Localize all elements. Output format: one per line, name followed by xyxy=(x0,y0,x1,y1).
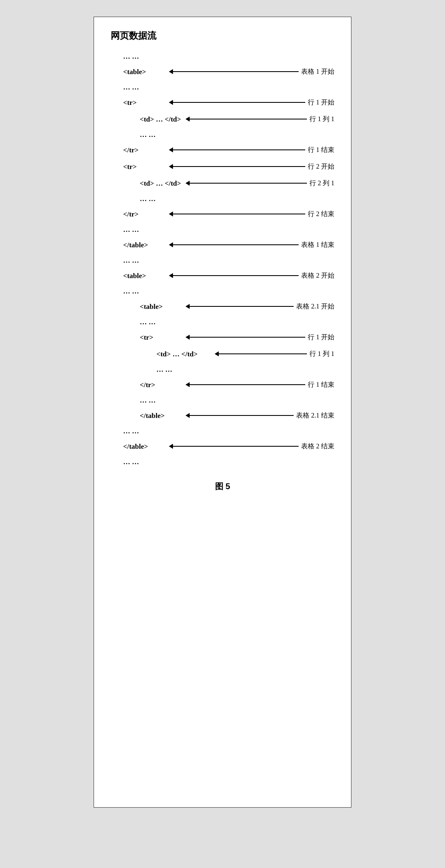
arrow-head-icon xyxy=(185,382,190,387)
arrow-line xyxy=(190,119,307,119)
arrow-label: 行 1 列 1 xyxy=(309,116,334,122)
arrow-line xyxy=(219,353,307,354)
arrow-head-icon xyxy=(185,117,190,122)
tag-arrow-row: <tr>行 1 开始 xyxy=(111,95,334,110)
dots-row: … … xyxy=(123,50,334,63)
dots-row: … … xyxy=(123,223,334,236)
dots-row: … … xyxy=(156,363,334,376)
tag-text: <table> xyxy=(123,272,169,279)
dots-row: … … xyxy=(140,315,334,328)
dots-row: … … xyxy=(123,424,334,438)
tag-arrow-row: <table>表格 2 开始 xyxy=(111,268,334,284)
arrow-line xyxy=(173,214,305,214)
tag-arrow-row: </table>表格 2.1 结束 xyxy=(111,408,334,423)
tag-text: <tr> xyxy=(140,334,185,341)
arrow-head-icon xyxy=(185,181,190,186)
arrow-head-icon xyxy=(185,413,190,418)
arrow-label: 行 2 开始 xyxy=(308,163,334,170)
arrow-label: 行 1 结束 xyxy=(308,381,334,388)
tag-text: </tr> xyxy=(123,211,169,218)
arrow-head-icon xyxy=(169,273,173,278)
arrow-head-icon xyxy=(185,304,190,309)
diagram: … …<table>表格 1 开始… …<tr>行 1 开始<td> … </t… xyxy=(111,50,334,468)
tag-text: <td> … </td> xyxy=(156,351,215,358)
arrow-head-icon xyxy=(169,147,173,152)
arrow-line xyxy=(190,384,305,385)
tag-arrow-row: </tr>行 2 结束 xyxy=(111,206,334,222)
arrow-head-icon xyxy=(169,444,173,449)
arrow-label: 表格 1 开始 xyxy=(301,68,334,75)
arrow-label: 行 1 开始 xyxy=(308,99,334,106)
arrow-label: 行 1 列 1 xyxy=(309,351,334,357)
tag-text: <td> … </td> xyxy=(140,180,185,187)
tag-text: </table> xyxy=(140,412,185,419)
figure-caption: 图 5 xyxy=(111,481,334,492)
tag-arrow-row: <tr>行 1 开始 xyxy=(111,329,334,345)
dots-row: … … xyxy=(123,284,334,298)
arrow-head-icon xyxy=(169,100,173,105)
dots-row: … … xyxy=(140,393,334,407)
tag-arrow-row: <table>表格 2.1 开始 xyxy=(111,298,334,314)
tag-arrow-row: <tr>行 2 开始 xyxy=(111,159,334,174)
arrow-label: 行 1 结束 xyxy=(308,147,334,153)
arrow-label: 表格 1 结束 xyxy=(301,241,334,248)
tag-text: <table> xyxy=(140,303,185,310)
tag-text: <td> … </td> xyxy=(140,116,185,123)
tag-arrow-row: <table>表格 1 开始 xyxy=(111,64,334,80)
arrow-label: 表格 2 结束 xyxy=(301,443,334,450)
arrow-line xyxy=(190,337,305,338)
arrow-label: 表格 2.1 结束 xyxy=(296,412,334,419)
arrow-line xyxy=(173,275,299,276)
tag-text: </table> xyxy=(123,443,169,450)
dots-row: … … xyxy=(123,80,334,94)
arrow-head-icon xyxy=(169,242,173,247)
arrow-label: 行 1 开始 xyxy=(308,334,334,341)
tag-arrow-row: <td> … </td>行 2 列 1 xyxy=(111,175,334,191)
page-title: 网页数据流 xyxy=(111,30,334,42)
tag-text: <tr> xyxy=(123,99,169,106)
arrow-head-icon xyxy=(215,351,219,356)
dots-row: … … xyxy=(123,455,334,468)
arrow-head-icon xyxy=(185,335,190,340)
arrow-label: 行 2 列 1 xyxy=(309,180,334,187)
arrow-label: 表格 2.1 开始 xyxy=(296,303,334,310)
arrow-label: 行 2 结束 xyxy=(308,211,334,217)
tag-text: <table> xyxy=(123,68,169,75)
arrow-line xyxy=(173,102,305,103)
arrow-head-icon xyxy=(169,164,173,169)
dots-row: … … xyxy=(140,192,334,205)
tag-arrow-row: </tr>行 1 结束 xyxy=(111,377,334,393)
arrow-line xyxy=(190,306,294,307)
arrow-head-icon xyxy=(169,211,173,216)
tag-text: <tr> xyxy=(123,163,169,170)
tag-arrow-row: </table>表格 2 结束 xyxy=(111,438,334,454)
tag-text: </tr> xyxy=(123,147,169,154)
arrow-head-icon xyxy=(169,69,173,74)
arrow-line xyxy=(173,446,299,447)
dots-row: … … xyxy=(140,128,334,141)
arrow-label: 表格 2 开始 xyxy=(301,272,334,279)
arrow-line xyxy=(173,166,305,167)
arrow-line xyxy=(190,183,307,184)
arrow-line xyxy=(173,244,299,245)
page: 网页数据流 … …<table>表格 1 开始… …<tr>行 1 开始<td>… xyxy=(94,17,351,808)
tag-arrow-row: </tr>行 1 结束 xyxy=(111,142,334,158)
arrow-line xyxy=(173,149,305,150)
tag-arrow-row: <td> … </td>行 1 列 1 xyxy=(111,111,334,127)
tag-text: </table> xyxy=(123,241,169,249)
tag-arrow-row: <td> … </td>行 1 列 1 xyxy=(111,346,334,362)
tag-text: </tr> xyxy=(140,381,185,388)
arrow-line xyxy=(190,415,294,416)
dots-row: … … xyxy=(123,254,334,267)
arrow-line xyxy=(173,71,299,72)
tag-arrow-row: </table>表格 1 结束 xyxy=(111,237,334,253)
